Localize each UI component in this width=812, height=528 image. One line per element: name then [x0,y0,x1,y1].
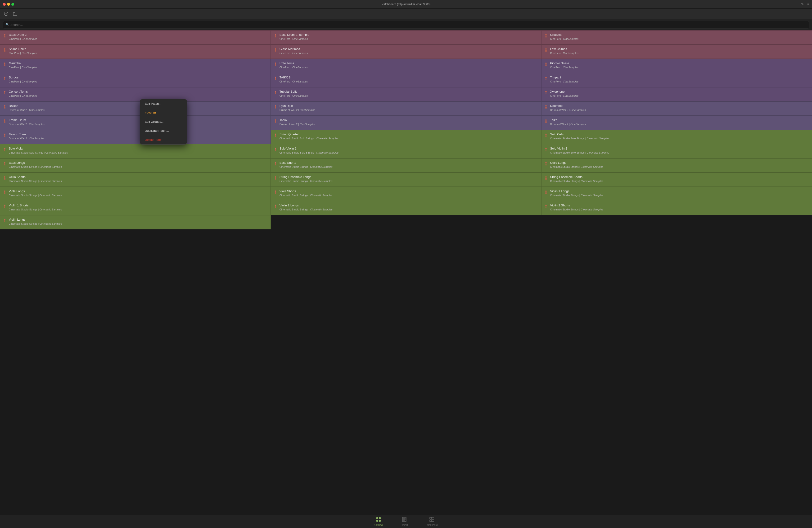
folder-icon[interactable] [12,11,18,17]
patch-cell[interactable]: Solo Viola Cinematic Studio Solo Strings… [0,144,271,158]
patch-cell[interactable]: Djun Djun Drums of War 2 | CineSamples [271,101,541,116]
patch-cell[interactable]: Viola Shorts Cinematic Studio Strings | … [271,187,541,201]
maximize-button[interactable] [11,3,14,6]
patch-name: Marimba [9,61,37,65]
patch-subtitle: Cinematic Studio Strings | Cinematic Sam… [279,180,333,183]
svg-point-1 [4,34,5,35]
patch-name: Violin Longs [9,218,62,222]
patch-subtitle: CinePerc | CineSamples [279,80,308,83]
patch-cell[interactable]: Violin 1 Longs Cinematic Studio Strings … [541,187,812,201]
patch-info: Cello Longs Cinematic Studio Strings | C… [550,161,603,169]
patch-cell[interactable]: String Ensemble Longs Cinematic Studio S… [271,172,541,187]
patch-name: Violin 1 Shorts [9,203,62,208]
patch-cell[interactable]: Mondo Toms Drums of War 2 | CineSamples [0,130,271,144]
patch-cell[interactable]: Solo Violin 1 Cinematic Studio Solo Stri… [271,144,541,158]
patch-cell[interactable]: String Quartet Cinematic Studio Solo Str… [271,130,541,144]
patch-cell[interactable]: TAIKOS CinePerc | CineSamples [271,73,541,87]
patch-cell[interactable]: Xylophone CinePerc | CineSamples [541,87,812,101]
patch-info: Viola Shorts Cinematic Studio Strings | … [279,189,333,197]
menu-icon[interactable]: ≡ [807,2,809,6]
svg-point-20 [275,120,276,120]
svg-point-21 [546,120,547,120]
svg-point-28 [4,162,5,163]
patch-cell[interactable]: Bass Drum Ensemble CinePerc | CineSample… [271,30,541,45]
patch-cell[interactable]: Taiko Drums of War 2 | CineSamples [541,116,812,130]
close-button[interactable] [3,3,6,6]
svg-point-17 [275,105,276,106]
patch-cell[interactable]: Crotales CinePerc | CineSamples [541,30,812,45]
context-edit-patch[interactable]: Edit Patch... [140,99,187,108]
svg-rect-49 [430,517,432,519]
patch-cell[interactable]: Violin 2 Shorts Cinematic Studio Strings… [541,201,812,215]
patch-cell[interactable]: Daikos Drums of War 2 | CineSamples [0,101,271,116]
patch-cell[interactable]: Surdos CinePerc | CineSamples [0,73,271,87]
patch-cell[interactable]: Tabla Drums of War 2 | CineSamples [271,116,541,130]
patch-info: Glass Marimba CinePerc | CineSamples [279,47,308,55]
patch-subtitle: Cinematic Studio Solo Strings | Cinemati… [550,151,609,154]
patch-cell[interactable]: Bass Shorts Cinematic Studio Strings | C… [271,158,541,172]
tab-catalog[interactable]: Catalog [373,516,385,527]
patch-cell[interactable]: Solo Cello Cinematic Studio Solo Strings… [541,130,812,144]
patch-name: Violin 1 Longs [550,189,603,193]
patch-cell[interactable]: Violin Longs Cinematic Studio Strings | … [0,215,271,229]
patch-cell[interactable]: Marimba CinePerc | CineSamples [0,59,271,73]
patch-subtitle: Cinematic Studio Solo Strings | Cinemati… [279,137,338,140]
patch-cell[interactable]: Bass Longs Cinematic Studio Strings | Ci… [0,158,271,172]
patch-cell[interactable]: Cello Shorts Cinematic Studio Strings | … [0,172,271,187]
patch-name: Frame Drum [9,118,45,122]
patch-cell[interactable]: Bass Drum 2 CinePerc | CineSamples [0,30,271,45]
patch-cell[interactable]: Cello Longs Cinematic Studio Strings | C… [541,158,812,172]
patch-name: Djun Djun [279,104,315,108]
patch-subtitle: CinePerc | CineSamples [9,80,37,83]
patch-cell[interactable]: Solo Violin 2 Cinematic Studio Solo Stri… [541,144,812,158]
patch-subtitle: CinePerc | CineSamples [9,94,37,97]
patch-info: Djun Djun Drums of War 2 | CineSamples [279,104,315,112]
patch-name: Piccolo Snare [550,61,578,65]
tab-dashboard[interactable]: Dashboard [424,516,439,527]
patch-info: Frame Drum Drums of War 2 | CineSamples [9,118,45,126]
tab-project[interactable]: Project [398,516,410,527]
patch-subtitle: Cinematic Studio Strings | Cinematic Sam… [9,165,62,169]
patch-cell[interactable]: Tubular Bells CinePerc | CineSamples [271,87,541,101]
patch-name: Shime Daiko [9,47,37,51]
patch-cell[interactable]: Concert Toms CinePerc | CineSamples [0,87,271,101]
patch-info: Tabla Drums of War 2 | CineSamples [279,118,315,126]
patch-cell[interactable]: Frame Drum Drums of War 2 | CineSamples [0,116,271,130]
context-duplicate-patch[interactable]: Duplicate Patch... [140,126,187,135]
patch-cell[interactable]: Violin 2 Longs Cinematic Studio Strings … [271,201,541,215]
svg-point-34 [4,191,5,191]
context-favorite[interactable]: Favorite [140,108,187,117]
svg-point-24 [546,134,547,134]
search-input-wrap[interactable]: 🔍 [3,21,809,28]
patch-cell[interactable]: Roto Toms CinePerc | CineSamples [271,59,541,73]
patch-cell[interactable]: Violin 1 Shorts Cinematic Studio Strings… [0,201,271,215]
svg-point-31 [4,176,5,177]
patch-subtitle: Cinematic Studio Strings | Cinematic Sam… [9,208,62,211]
nav-icon[interactable] [3,11,10,17]
patch-info: Bass Drum Ensemble CinePerc | CineSample… [279,33,309,41]
patch-subtitle: Drums of War 2 | CineSamples [550,123,586,126]
svg-point-10 [4,77,5,78]
svg-point-12 [546,77,547,78]
context-edit-groups[interactable]: Edit Groups... [140,117,187,126]
patch-info: Cello Shorts Cinematic Studio Strings | … [9,175,62,183]
patch-cell[interactable]: Doumbek Drums of War 2 | CineSamples [541,101,812,116]
patch-info: Viola Longs Cinematic Studio Strings | C… [9,189,62,197]
patch-cell[interactable]: Piccolo Snare CinePerc | CineSamples [541,59,812,73]
patch-cell[interactable]: Low Chimes CinePerc | CineSamples [541,45,812,59]
svg-point-16 [4,105,5,106]
search-input[interactable] [11,23,807,27]
edit-icon[interactable]: ✎ [801,2,804,6]
patch-subtitle: CinePerc | CineSamples [550,94,578,97]
patch-info: Marimba CinePerc | CineSamples [9,61,37,69]
patch-cell[interactable]: Timpani CinePerc | CineSamples [541,73,812,87]
svg-point-19 [4,120,5,120]
patch-cell[interactable]: Viola Longs Cinematic Studio Strings | C… [0,187,271,201]
patch-cell[interactable]: Shime Daiko CinePerc | CineSamples [0,45,271,59]
patch-info: Violin 2 Longs Cinematic Studio Strings … [279,203,333,211]
patch-cell[interactable]: Glass Marimba CinePerc | CineSamples [271,45,541,59]
patch-cell[interactable]: String Ensemble Shorts Cinematic Studio … [541,172,812,187]
svg-point-2 [275,34,276,35]
svg-point-5 [275,48,276,49]
minimize-button[interactable] [7,3,10,6]
